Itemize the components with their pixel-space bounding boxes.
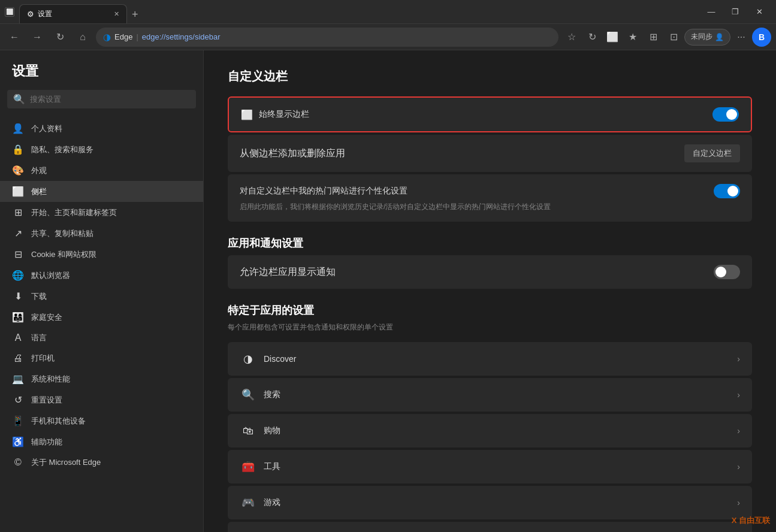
- chevron-icon-search: ›: [737, 390, 740, 400]
- nav-icon-privacy: 🔒: [12, 144, 24, 155]
- sidebar-item-reset[interactable]: ↺重置设置: [0, 389, 203, 410]
- app-label-discover: Discover: [264, 354, 296, 364]
- toggle-thumb: [726, 109, 737, 120]
- app-row-shopping[interactable]: 🛍 购物 ›: [228, 414, 752, 448]
- edge-icon: ◑: [103, 32, 111, 43]
- favorites-button[interactable]: ★: [623, 28, 642, 47]
- app-row-discover[interactable]: ◑ Discover ›: [228, 342, 752, 376]
- nav-label-downloads: 下载: [31, 291, 47, 302]
- refresh-button[interactable]: ↻: [50, 28, 70, 47]
- always-show-label-group: ⬜ 始终显示边栏: [241, 109, 309, 120]
- nav-label-profile: 个人资料: [31, 123, 62, 134]
- profile-button[interactable]: 未同步 👤: [684, 29, 730, 46]
- maximize-button[interactable]: ❐: [723, 2, 747, 22]
- close-button[interactable]: ✕: [747, 2, 771, 22]
- app-icon-games: 🎮: [240, 494, 256, 511]
- sidebar-item-privacy[interactable]: 🔒隐私、搜索和服务: [0, 139, 203, 160]
- customize-sidebar-button[interactable]: 自定义边栏: [684, 144, 740, 162]
- tab-close-button[interactable]: ✕: [114, 10, 119, 18]
- main-layout: 设置 🔍 👤个人资料🔒隐私、搜索和服务🎨外观⬜侧栏⊞开始、主页和新建标签页↗共享…: [0, 50, 776, 532]
- sidebar-item-printer[interactable]: 🖨打印机: [0, 348, 203, 368]
- chevron-icon-discover: ›: [737, 354, 740, 364]
- personalize-label: 对自定义边栏中我的热门网站进行个性化设置: [240, 186, 407, 197]
- search-input[interactable]: [30, 95, 190, 104]
- app-row-search[interactable]: 🔍 搜索 ›: [228, 378, 752, 412]
- nav-icon-family: 👨‍👩‍👧: [12, 312, 24, 323]
- collections-button[interactable]: ⊞: [644, 28, 663, 47]
- sidebar-item-downloads[interactable]: ⬇下载: [0, 286, 203, 307]
- page-title: 自定义边栏: [228, 68, 752, 84]
- always-show-toggle[interactable]: [712, 107, 739, 122]
- app-row-tools[interactable]: 🧰 工具 ›: [228, 450, 752, 483]
- allow-notify-toggle[interactable]: [714, 265, 740, 279]
- sidebar-item-mobile[interactable]: 📱手机和其他设备: [0, 410, 203, 431]
- sidebar-item-about[interactable]: ©关于 Microsoft Edge: [0, 452, 203, 473]
- personalize-toggle[interactable]: [714, 184, 740, 198]
- app-icon-shopping: 🛍: [240, 422, 256, 439]
- forward-button[interactable]: →: [28, 28, 47, 47]
- always-show-label: 始终显示边栏: [259, 109, 309, 120]
- address-bar[interactable]: ◑ Edge | edge://settings/sidebar: [96, 28, 558, 47]
- allow-notify-label: 允许边栏应用显示通知: [240, 266, 336, 279]
- apps-section-title: 应用和通知设置: [228, 236, 752, 250]
- sidebar-item-system[interactable]: 💻系统和性能: [0, 368, 203, 389]
- always-show-sidebar-row: ⬜ 始终显示边栏: [228, 96, 752, 132]
- specific-section-desc: 每个应用都包含可设置并包含通知和权限的单个设置: [228, 322, 752, 332]
- search-box[interactable]: 🔍: [7, 90, 196, 108]
- settings-sidebar: 设置 🔍 👤个人资料🔒隐私、搜索和服务🎨外观⬜侧栏⊞开始、主页和新建标签页↗共享…: [0, 50, 204, 532]
- personalize-toggle-thumb: [727, 186, 738, 197]
- address-separator: |: [136, 32, 138, 41]
- watermark: X 自由互联: [732, 515, 770, 526]
- active-tab[interactable]: ⚙ 设置 ✕: [19, 4, 127, 23]
- personalize-row: 对自定义边栏中我的热门网站进行个性化设置 启用此功能后，我们将根据你的浏览历史记…: [228, 174, 752, 222]
- nav-icon-appearance: 🎨: [12, 165, 24, 176]
- nav-label-start: 开始、主页和新建标签页: [31, 207, 117, 218]
- app-row-left-shopping: 🛍 购物: [240, 422, 280, 439]
- chevron-icon-tools: ›: [737, 462, 740, 471]
- app-row-m365[interactable]: ⊞ Microsoft 365 ›: [228, 522, 752, 532]
- app-label-tools: 工具: [264, 461, 280, 472]
- bing-button[interactable]: B: [752, 28, 771, 47]
- personalize-desc: 启用此功能后，我们将根据你的浏览历史记录/活动对自定义边栏中显示的热门网站进行个…: [240, 202, 551, 212]
- address-url: edge://settings/sidebar: [142, 32, 221, 41]
- chevron-icon-shopping: ›: [737, 426, 740, 436]
- back-button[interactable]: ←: [5, 28, 24, 47]
- sidebar-item-accessibility[interactable]: ♿辅助功能: [0, 431, 203, 452]
- sidebar-item-appearance[interactable]: 🎨外观: [0, 160, 203, 181]
- nav-icon-accessibility: ♿: [12, 436, 24, 448]
- nav-label-cookies: Cookie 和网站权限: [31, 249, 96, 260]
- split-view-button[interactable]: ⬜: [603, 28, 622, 47]
- app-rows-list: ◑ Discover › 🔍 搜索 › 🛍 购物 › 🧰 工具 › 🎮 游戏 ›…: [228, 342, 752, 532]
- more-button[interactable]: ···: [732, 28, 751, 47]
- sidebar-item-start[interactable]: ⊞开始、主页和新建标签页: [0, 202, 203, 223]
- sidebar-item-sidebar[interactable]: ⬜侧栏: [0, 181, 203, 202]
- app-row-left-discover: ◑ Discover: [240, 350, 296, 367]
- sidebar-item-family[interactable]: 👨‍👩‍👧家庭安全: [0, 307, 203, 328]
- allow-notify-row: 允许边栏应用显示通知: [228, 255, 752, 289]
- profile-avatar-icon: 👤: [715, 33, 724, 41]
- from-sidebar-row: 从侧边栏添加或删除应用 自定义边栏: [228, 135, 752, 172]
- sidebar-item-share[interactable]: ↗共享、复制和粘贴: [0, 223, 203, 244]
- home-button[interactable]: ⌂: [73, 28, 92, 47]
- nav-label-reset: 重置设置: [31, 395, 62, 406]
- sidebar-item-profile[interactable]: 👤个人资料: [0, 118, 203, 139]
- minimize-button[interactable]: —: [699, 2, 723, 22]
- sidebar-item-browser[interactable]: 🌐默认浏览器: [0, 265, 203, 286]
- sidebar-toggle-button[interactable]: ☆: [562, 28, 581, 47]
- nav-label-share: 共享、复制和粘贴: [31, 228, 93, 239]
- nav-icon-printer: 🖨: [12, 353, 24, 364]
- nav-icon-language: A: [12, 332, 24, 343]
- app-icon-tools: 🧰: [240, 458, 256, 475]
- refresh-action-button[interactable]: ↻: [582, 28, 602, 47]
- nav-icon-start: ⊞: [12, 207, 24, 218]
- nav-icon-share: ↗: [12, 228, 24, 239]
- screenshot-button[interactable]: ⊡: [664, 28, 683, 47]
- content-area: 自定义边栏 ⬜ 始终显示边栏 从侧边栏添加或删除应用 自定义边栏 对自定义边栏中…: [204, 50, 776, 532]
- app-label-games: 游戏: [264, 497, 280, 508]
- tab-title: 设置: [38, 9, 52, 19]
- app-row-games[interactable]: 🎮 游戏 ›: [228, 486, 752, 519]
- app-icon-discover: ◑: [240, 350, 256, 367]
- new-tab-button[interactable]: +: [127, 6, 143, 23]
- sidebar-item-cookies[interactable]: ⊟Cookie 和网站权限: [0, 244, 203, 265]
- sidebar-item-language[interactable]: A语言: [0, 328, 203, 348]
